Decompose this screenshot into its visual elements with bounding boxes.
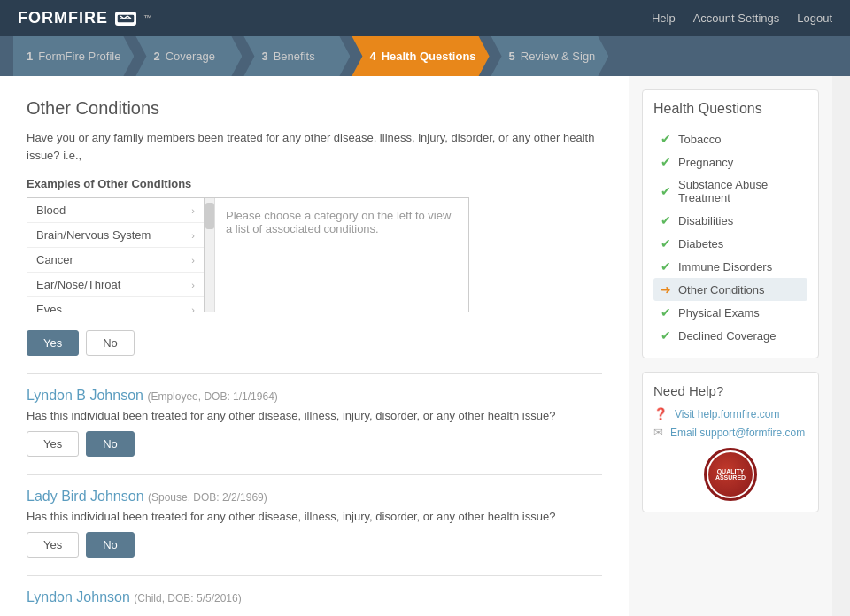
check-icon: ✔ xyxy=(661,184,671,198)
divider-1 xyxy=(27,373,602,374)
step-1-label: FormFire Profile xyxy=(38,50,120,63)
sidebar-diabetes-label: Diabetes xyxy=(678,237,723,250)
list-item[interactable]: Eyes › xyxy=(27,297,204,312)
person-3: Lyndon Johnson (Child, DOB: 5/5/2016) xyxy=(27,589,602,605)
sidebar-item-other-conditions[interactable]: ➜ Other Conditions xyxy=(653,278,808,301)
divider-2 xyxy=(27,474,602,475)
step-2[interactable]: 2 Coverage xyxy=(135,36,242,76)
arrow-icon: ➜ xyxy=(661,282,671,296)
chevron-icon: › xyxy=(191,280,195,290)
section-description: Have you or any family members been trea… xyxy=(27,129,602,164)
person-2-no[interactable]: No xyxy=(86,532,135,558)
person-1-name: Lyndon B Johnson (Employee, DOB: 1/1/196… xyxy=(27,388,602,404)
chevron-icon: › xyxy=(191,304,195,312)
badge-area: QUALITYASSURED xyxy=(653,448,808,501)
condition-eyes: Eyes xyxy=(36,303,62,312)
sidebar-other-label: Other Conditions xyxy=(678,283,765,296)
person-3-name: Lyndon Johnson (Child, DOB: 5/5/2016) xyxy=(27,589,602,605)
sidebar-item-tobacco[interactable]: ✔ Tobacco xyxy=(653,127,808,150)
scrollbar[interactable] xyxy=(205,198,215,312)
help-link[interactable]: Help xyxy=(652,12,676,25)
check-icon: ✔ xyxy=(661,328,671,343)
step-2-label: Coverage xyxy=(166,50,215,63)
logo-icon xyxy=(115,12,136,26)
sidebar-declined-label: Declined Coverage xyxy=(678,329,777,343)
sidebar-item-disabilities[interactable]: ✔ Disabilities xyxy=(653,209,808,232)
sidebar-item-immune[interactable]: ✔ Immune Disorders xyxy=(653,255,808,278)
yes-button[interactable]: Yes xyxy=(27,330,79,356)
sidebar-substance-label: Substance Abuse Treatment xyxy=(678,178,800,204)
check-icon: ✔ xyxy=(661,132,671,146)
person-2-yes[interactable]: Yes xyxy=(27,532,79,558)
section-title: Other Conditions xyxy=(27,98,602,119)
email-icon: ✉ xyxy=(653,426,663,439)
examples-label: Examples of Other Conditions xyxy=(27,177,602,190)
header-nav: Help Account Settings Logout xyxy=(652,12,832,25)
badge: QUALITYASSURED xyxy=(704,448,757,501)
no-button[interactable]: No xyxy=(86,330,135,356)
person-2-info: (Spouse, DOB: 2/2/1969) xyxy=(148,491,267,504)
person-2-fullname: Lady Bird Johnson xyxy=(27,489,144,504)
person-1-yes[interactable]: Yes xyxy=(27,431,79,457)
step-3[interactable]: 3 Benefits xyxy=(243,36,350,76)
conditions-list[interactable]: Blood › Brain/Nervous System › Cancer › … xyxy=(27,198,205,312)
step-1-num: 1 xyxy=(27,50,33,63)
condition-brain: Brain/Nervous System xyxy=(36,228,151,242)
conditions-detail: Please choose a category on the left to … xyxy=(215,198,468,312)
chevron-icon: › xyxy=(191,230,195,241)
condition-ear: Ear/Nose/Throat xyxy=(36,278,120,291)
health-questions-card: Health Questions ✔ Tobacco ✔ Pregnancy ✔… xyxy=(642,89,819,358)
step-1[interactable]: 1 FormFire Profile xyxy=(13,36,134,76)
question-icon: ❓ xyxy=(653,407,668,420)
person-2-name: Lady Bird Johnson (Spouse, DOB: 2/2/1969… xyxy=(27,489,602,504)
sidebar-item-physical-exams[interactable]: ✔ Physical Exams xyxy=(653,301,808,324)
sidebar-disabilities-label: Disabilities xyxy=(678,214,733,227)
step-5-num: 5 xyxy=(509,50,515,63)
content-area: Other Conditions Have you or any family … xyxy=(0,76,629,616)
badge-text: QUALITYASSURED xyxy=(715,468,746,481)
list-item[interactable]: Cancer › xyxy=(27,248,204,273)
step-4[interactable]: 4 Health Questions xyxy=(352,36,489,76)
person-2-yn: Yes No xyxy=(27,532,602,558)
sidebar-pregnancy-label: Pregnancy xyxy=(678,156,733,169)
account-settings-link[interactable]: Account Settings xyxy=(693,12,780,25)
person-1-fullname: Lyndon B Johnson xyxy=(27,388,143,403)
chevron-icon: › xyxy=(191,205,195,216)
logo: FORMFIRE ™ xyxy=(18,9,153,27)
header: FORMFIRE ™ Help Account Settings Logout xyxy=(0,0,850,36)
chevron-icon: › xyxy=(191,255,195,266)
conditions-selector: Blood › Brain/Nervous System › Cancer › … xyxy=(27,197,469,312)
person-1-no[interactable]: No xyxy=(86,431,135,457)
main-yn-group: Yes No xyxy=(27,330,602,356)
sidebar-item-diabetes[interactable]: ✔ Diabetes xyxy=(653,232,808,255)
person-1-yn: Yes No xyxy=(27,431,602,457)
check-icon: ✔ xyxy=(661,155,671,169)
sidebar-item-pregnancy[interactable]: ✔ Pregnancy xyxy=(653,150,808,173)
person-3-fullname: Lyndon Johnson xyxy=(27,589,130,604)
need-help-card: Need Help? ❓ Visit help.formfire.com ✉ E… xyxy=(642,372,819,512)
help-link-item[interactable]: ❓ Visit help.formfire.com xyxy=(653,407,808,420)
sidebar-item-declined-coverage[interactable]: ✔ Declined Coverage xyxy=(653,324,808,347)
check-icon: ✔ xyxy=(661,213,671,227)
badge-inner: QUALITYASSURED xyxy=(708,452,753,497)
email-link-item[interactable]: ✉ Email support@formfire.com xyxy=(653,426,808,439)
person-3-info: (Child, DOB: 5/5/2016) xyxy=(134,592,241,604)
logout-link[interactable]: Logout xyxy=(797,12,832,25)
sidebar-tobacco-label: Tobacco xyxy=(678,133,721,146)
divider-3 xyxy=(27,575,602,576)
list-item[interactable]: Ear/Nose/Throat › xyxy=(27,273,204,297)
email-link-text: Email support@formfire.com xyxy=(670,427,805,439)
list-item[interactable]: Blood › xyxy=(27,198,204,223)
step-4-label: Health Questions xyxy=(382,50,476,63)
list-item[interactable]: Brain/Nervous System › xyxy=(27,223,204,248)
step-5-label: Review & Sign xyxy=(521,50,596,63)
step-3-num: 3 xyxy=(261,50,267,63)
sidebar-title: Health Questions xyxy=(653,101,808,117)
sidebar: Health Questions ✔ Tobacco ✔ Pregnancy ✔… xyxy=(629,76,832,616)
step-5[interactable]: 5 Review & Sign xyxy=(491,36,609,76)
step-2-num: 2 xyxy=(153,50,159,63)
person-2-question: Has this individual been treated for any… xyxy=(27,510,602,523)
step-4-num: 4 xyxy=(369,50,375,63)
sidebar-item-substance-abuse[interactable]: ✔ Substance Abuse Treatment xyxy=(653,173,808,209)
main-layout: Other Conditions Have you or any family … xyxy=(0,76,850,616)
